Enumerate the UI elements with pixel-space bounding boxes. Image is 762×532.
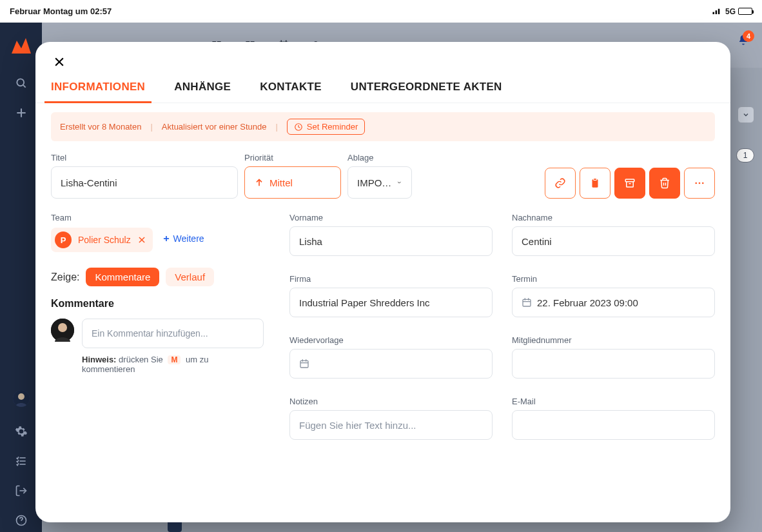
tab-anhaenge[interactable]: ANHÄNGE	[174, 81, 231, 103]
svg-rect-31	[594, 179, 597, 181]
network-label: 5G	[725, 7, 736, 16]
help-icon[interactable]	[10, 509, 33, 532]
svg-point-8	[18, 393, 24, 400]
termin-input[interactable]: 22. Februar 2023 09:00	[512, 288, 715, 317]
hotkey-m: M	[168, 355, 181, 364]
field-ablage: Ablage IMPO…	[347, 153, 412, 199]
svg-rect-47	[300, 360, 308, 368]
field-notizen: Notizen Fügen Sie hier Text hinzu...	[289, 397, 493, 440]
chevron-down-icon	[396, 178, 402, 187]
pill-kommentare[interactable]: Kommentare	[86, 268, 159, 286]
logout-icon[interactable]	[10, 479, 33, 502]
set-reminder-button[interactable]: Set Reminder	[287, 119, 365, 135]
meta-strip: Erstellt vor 8 Monaten | Aktualisiert vo…	[51, 112, 715, 141]
record-modal: INFORMATIONEN ANHÄNGE KONTAKTE UNTERGEOR…	[35, 42, 730, 522]
nachname-input[interactable]: Centini	[512, 226, 715, 256]
team-chip-avatar: P	[55, 232, 72, 248]
team-chip-name: Polier Schulz	[78, 235, 131, 245]
svg-point-42	[58, 323, 67, 332]
comment-hint: Hinweis: drücken Sie M um zu kommentiere…	[82, 355, 264, 374]
field-titel: Titel Lisha-Centini	[51, 153, 238, 199]
prioritaet-select[interactable]: Mittel	[244, 166, 341, 199]
field-firma: Firma Industrial Paper Shredders Inc	[289, 274, 493, 317]
column-chevron[interactable]	[738, 106, 754, 123]
calendar-icon	[299, 359, 309, 369]
notizen-input[interactable]: Fügen Sie hier Text hinzu...	[289, 410, 493, 440]
email-input[interactable]	[512, 410, 715, 440]
wiedervorlage-input[interactable]	[289, 349, 493, 379]
zeige-label: Zeige:	[51, 271, 79, 283]
tab-kontakte[interactable]: KONTAKTE	[260, 81, 322, 103]
svg-rect-2	[718, 8, 720, 14]
signal-icon	[712, 7, 723, 16]
field-nachname: Nachname Centini	[512, 213, 715, 256]
field-wiedervorlage: Wiedervorlage	[289, 335, 493, 379]
titel-input[interactable]: Lisha-Centini	[51, 166, 238, 199]
modal-tabs: INFORMATIONEN ANHÄNGE KONTAKTE UNTERGEOR…	[35, 42, 730, 103]
field-termin: Termin 22. Februar 2023 09:00	[512, 274, 715, 317]
svg-rect-0	[712, 12, 714, 14]
svg-point-34	[695, 182, 697, 184]
calendar-icon	[522, 297, 532, 308]
checklist-icon[interactable]	[10, 449, 33, 473]
svg-rect-32	[625, 179, 634, 182]
clock-icon	[294, 123, 303, 132]
link-button[interactable]	[545, 168, 576, 199]
battery-icon	[738, 8, 752, 15]
tab-informationen[interactable]: INFORMATIONEN	[51, 81, 145, 103]
field-mitgliednummer: Mitgliednummer	[512, 335, 715, 379]
vorname-input[interactable]: Lisha	[289, 226, 493, 256]
add-more-team[interactable]: Weitere	[162, 233, 204, 244]
firma-input[interactable]: Industrial Paper Shredders Inc	[289, 288, 493, 317]
record-actions	[545, 168, 715, 199]
mitgliednummer-input[interactable]	[512, 349, 715, 379]
svg-point-36	[702, 182, 704, 184]
add-icon[interactable]	[10, 101, 33, 124]
kommentare-heading: Kommentare	[51, 298, 264, 310]
tab-untergeordnete[interactable]: UNTERGEORDNETE AKTEN	[351, 81, 502, 103]
svg-rect-43	[523, 299, 531, 306]
status-clock: Februar Montag um 02:57	[10, 6, 112, 16]
ablage-select[interactable]: IMPO…	[347, 166, 412, 199]
field-email: E-Mail	[512, 397, 715, 440]
delete-button[interactable]	[649, 168, 680, 199]
updated-label: Aktualisiert vor einer Stunde	[162, 122, 267, 132]
svg-rect-1	[716, 10, 718, 14]
team-label: Team	[51, 213, 264, 222]
field-vorname: Vorname Lisha	[289, 213, 493, 256]
comment-input[interactable]: Ein Kommentar hinzufügen...	[82, 319, 264, 348]
current-user-avatar	[51, 319, 74, 342]
arrow-up-icon	[254, 177, 264, 188]
notifications-button[interactable]: 4	[738, 34, 749, 46]
plus-icon	[162, 234, 171, 243]
sidebar-avatar[interactable]	[13, 390, 30, 407]
clipboard-button[interactable]	[580, 168, 611, 199]
close-button[interactable]	[51, 54, 68, 70]
svg-line-4	[23, 85, 25, 88]
svg-point-3	[17, 79, 24, 86]
gear-icon[interactable]	[10, 420, 33, 443]
field-prioritaet: Priorität Mittel	[244, 153, 341, 199]
svg-point-35	[699, 182, 701, 184]
team-chip[interactable]: P Polier Schulz	[51, 228, 153, 252]
count-pill: 1	[736, 148, 754, 163]
app-logo	[12, 34, 31, 54]
notifications-badge: 4	[743, 30, 754, 42]
archive-button[interactable]	[614, 168, 645, 199]
created-label: Erstellt vor 8 Monaten	[60, 122, 141, 132]
chip-remove-icon[interactable]	[137, 235, 146, 244]
device-status-bar: Februar Montag um 02:57 5G	[0, 0, 762, 23]
search-icon[interactable]	[10, 72, 33, 95]
more-button[interactable]	[684, 168, 715, 199]
pill-verlauf[interactable]: Verlauf	[166, 268, 214, 286]
